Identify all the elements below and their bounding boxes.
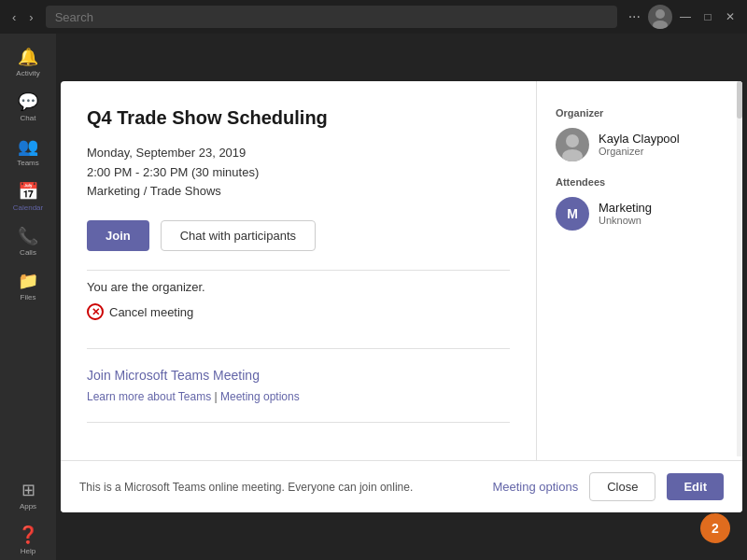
window-actions: ··· — □ ✕ <box>625 5 740 29</box>
organizer-name: Kayla Claypool <box>599 132 680 146</box>
divider-3 <box>87 422 510 423</box>
nav-buttons: ‹ › <box>7 8 38 26</box>
organizer-section-label: Organizer <box>556 107 724 119</box>
edit-button[interactable]: Edit <box>667 473 724 500</box>
user-avatar[interactable] <box>648 5 672 29</box>
sidebar-item-calls[interactable]: 📞 Calls <box>7 220 49 261</box>
calls-icon: 📞 <box>18 226 38 246</box>
minimize-button[interactable]: — <box>676 10 695 23</box>
apps-icon: ⊞ <box>21 480 35 500</box>
notification-badge[interactable]: 2 <box>700 513 730 543</box>
more-options-button[interactable]: ··· <box>625 8 644 25</box>
close-window-button[interactable]: ✕ <box>721 10 740 23</box>
sidebar-teams-label: Teams <box>17 159 39 167</box>
sidebar-item-apps[interactable]: ⊞ Apps <box>7 474 49 515</box>
divider-2 <box>87 348 510 349</box>
forward-button[interactable]: › <box>24 8 37 26</box>
content-area: Q4 Trade Show Scheduling Monday, Septemb… <box>56 34 747 560</box>
files-icon: 📁 <box>18 271 38 291</box>
sidebar-activity-label: Activity <box>16 69 39 77</box>
organizer-role: Organizer <box>599 146 680 157</box>
meeting-time: 2:00 PM - 2:30 PM (30 minutes) <box>87 163 510 183</box>
meeting-modal: Q4 Trade Show Scheduling Monday, Septemb… <box>61 81 742 512</box>
sidebar-item-files[interactable]: 📁 Files <box>7 265 49 306</box>
meeting-options-link[interactable]: Meeting options <box>220 390 300 403</box>
attendee-name: Marketing <box>599 201 652 215</box>
organizer-avatar <box>556 128 589 161</box>
sidebar: 🔔 Activity 💬 Chat 👥 Teams 📅 Calendar 📞 C… <box>0 34 56 560</box>
teams-icon: 👥 <box>18 136 38 157</box>
attendee-info: Marketing Unknown <box>599 201 652 226</box>
cancel-meeting-label: Cancel meeting <box>109 305 193 319</box>
modal-footer: This is a Microsoft Teams online meeting… <box>61 460 742 512</box>
chat-icon: 💬 <box>18 91 38 112</box>
sidebar-item-chat[interactable]: 💬 Chat <box>7 86 49 127</box>
cancel-meeting-row[interactable]: ✕ Cancel meeting <box>87 303 510 320</box>
sidebar-calendar-label: Calendar <box>13 203 43 212</box>
help-icon: ❓ <box>18 525 38 545</box>
attendees-section-label: Attendees <box>556 176 724 188</box>
close-button[interactable]: Close <box>589 472 655 501</box>
modal-overlay: Q4 Trade Show Scheduling Monday, Septemb… <box>56 34 747 560</box>
learn-more-row: Learn more about Teams | Meeting options <box>87 390 510 403</box>
scroll-thumb[interactable] <box>737 81 742 119</box>
chat-with-participants-button[interactable]: Chat with participants <box>161 220 316 251</box>
modal-left-panel: Q4 Trade Show Scheduling Monday, Septemb… <box>61 81 537 460</box>
sidebar-item-activity[interactable]: 🔔 Activity <box>7 41 49 82</box>
activity-icon: 🔔 <box>18 47 38 67</box>
meeting-date-info: Monday, September 23, 2019 2:00 PM - 2:3… <box>87 144 510 202</box>
sidebar-item-teams[interactable]: 👥 Teams <box>7 131 49 172</box>
sidebar-files-label: Files <box>21 293 36 301</box>
attendee-row: M Marketing Unknown <box>556 197 724 231</box>
organizer-info: Kayla Claypool Organizer <box>599 132 680 157</box>
svg-point-0 <box>655 9 665 19</box>
maximize-button[interactable]: □ <box>698 10 717 23</box>
sidebar-calls-label: Calls <box>20 248 36 257</box>
search-input[interactable] <box>46 6 617 28</box>
scroll-track[interactable] <box>737 81 742 456</box>
meeting-date: Monday, September 23, 2019 <box>87 144 510 163</box>
meeting-options-footer-link[interactable]: Meeting options <box>492 480 578 494</box>
title-bar: ‹ › ··· — □ ✕ <box>0 0 747 34</box>
attendee-role: Unknown <box>599 215 652 226</box>
sidebar-apps-label: Apps <box>20 502 36 511</box>
sidebar-chat-label: Chat <box>21 114 36 122</box>
modal-body: Q4 Trade Show Scheduling Monday, Septemb… <box>61 81 742 460</box>
footer-text: This is a Microsoft Teams online meeting… <box>79 481 481 494</box>
join-button[interactable]: Join <box>87 220 149 251</box>
sidebar-help-label: Help <box>21 547 35 555</box>
svg-point-2 <box>566 134 579 147</box>
calendar-icon: 📅 <box>18 181 38 202</box>
action-buttons: Join Chat with participants <box>87 220 510 251</box>
learn-more-link[interactable]: Learn more about Teams <box>87 390 211 403</box>
organizer-row: Kayla Claypool Organizer <box>556 128 724 161</box>
back-button[interactable]: ‹ <box>7 8 21 26</box>
attendee-avatar: M <box>556 197 589 231</box>
organizer-note: You are the organizer. <box>87 280 510 294</box>
sidebar-item-calendar[interactable]: 📅 Calendar <box>7 175 49 217</box>
cancel-x-icon: ✕ <box>87 303 104 320</box>
teams-join-link[interactable]: Join Microsoft Teams Meeting <box>87 368 510 383</box>
divider-1 <box>87 270 510 271</box>
main-area: 🔔 Activity 💬 Chat 👥 Teams 📅 Calendar 📞 C… <box>0 34 747 560</box>
modal-right-panel: Organizer Kayla Claypool Organizer Atten… <box>537 81 742 460</box>
svg-point-1 <box>653 21 668 29</box>
svg-point-3 <box>562 149 583 161</box>
meeting-title: Q4 Trade Show Scheduling <box>87 107 510 129</box>
meeting-calendar: Marketing / Trade Shows <box>87 182 510 202</box>
sidebar-item-help[interactable]: ❓ Help <box>7 519 49 560</box>
